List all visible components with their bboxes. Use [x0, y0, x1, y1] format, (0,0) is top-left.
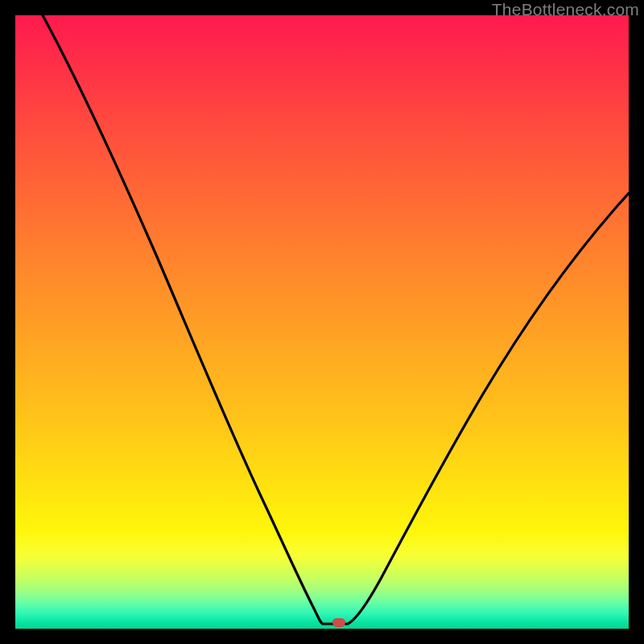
- curve-path: [43, 15, 629, 624]
- bottleneck-curve: [15, 15, 629, 629]
- chart-stage: TheBottleneck.com: [0, 0, 644, 644]
- plot-area: [15, 15, 629, 629]
- watermark-text: TheBottleneck.com: [492, 0, 639, 19]
- minimum-marker: [332, 618, 345, 627]
